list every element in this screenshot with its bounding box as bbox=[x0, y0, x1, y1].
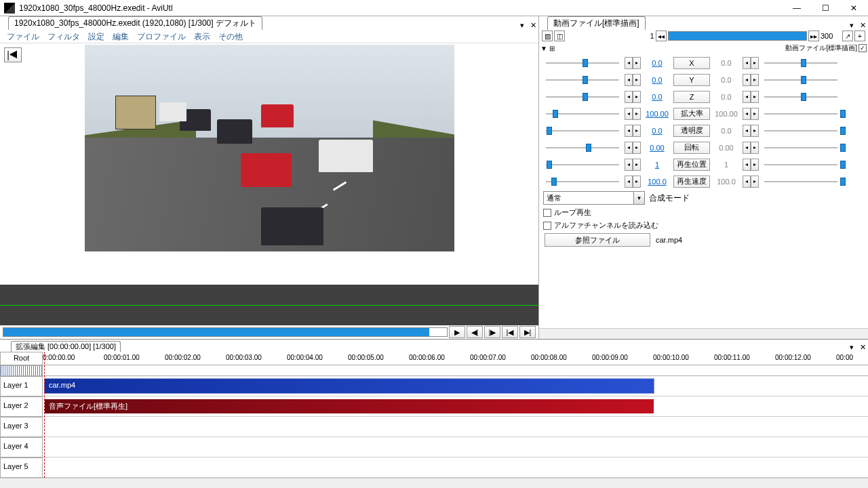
value-left[interactable]: 100.00 bbox=[644, 110, 671, 118]
layer-header-4[interactable]: Layer 4 bbox=[0, 437, 43, 458]
param-label-button[interactable]: X bbox=[673, 57, 710, 69]
video-clip[interactable]: car.mp4 bbox=[44, 378, 654, 394]
frame-end-next-button[interactable]: ▸▸ bbox=[808, 30, 819, 41]
slider-right[interactable] bbox=[762, 58, 840, 68]
tl-tab-dropdown-icon[interactable]: ▾ bbox=[847, 342, 856, 352]
spin-left-dec[interactable]: ◂ bbox=[625, 159, 633, 171]
spin-right-dec[interactable]: ◂ bbox=[743, 176, 751, 188]
value-left[interactable]: 0.0 bbox=[644, 76, 671, 84]
spin-left-inc[interactable]: ▸ bbox=[633, 159, 641, 171]
spin-right-dec[interactable]: ◂ bbox=[743, 57, 751, 69]
track-row-2[interactable]: 音声ファイル[標準再生] bbox=[43, 396, 868, 417]
timeline-ruler[interactable]: 0:00:00.0000:00:01.0000:00:02.0000:00:03… bbox=[43, 352, 868, 365]
reference-file-button[interactable]: 参照ファイル bbox=[545, 233, 650, 247]
collapse-icon[interactable]: ▼ ⊞ bbox=[540, 45, 555, 52]
param-label-button[interactable]: Y bbox=[673, 74, 710, 86]
prop-tool-1-icon[interactable]: ▧ bbox=[542, 30, 553, 41]
spin-right-dec[interactable]: ◂ bbox=[743, 125, 751, 137]
spin-left-inc[interactable]: ▸ bbox=[633, 108, 641, 120]
spin-right-dec[interactable]: ◂ bbox=[743, 159, 751, 171]
prop-enable-checkbox[interactable]: ✓ bbox=[859, 44, 867, 52]
track-row-5[interactable] bbox=[43, 458, 868, 478]
track-row-1[interactable]: car.mp4 bbox=[43, 376, 868, 396]
spin-right-inc[interactable]: ▸ bbox=[751, 176, 759, 188]
timeline-playhead[interactable] bbox=[44, 352, 45, 478]
timeline-tracks[interactable]: 0:00:00.0000:00:01.0000:00:02.0000:00:03… bbox=[43, 352, 868, 478]
param-label-button[interactable]: 透明度 bbox=[673, 125, 710, 137]
menu-settings[interactable]: 設定 bbox=[85, 31, 107, 41]
slider-right[interactable] bbox=[762, 92, 840, 102]
loop-checkbox[interactable] bbox=[543, 209, 551, 217]
prop-tab[interactable]: 動画ファイル[標準描画] bbox=[547, 16, 646, 30]
spin-right-inc[interactable]: ▸ bbox=[751, 91, 759, 103]
spin-left-dec[interactable]: ◂ bbox=[625, 91, 633, 103]
preview-tab[interactable]: 1920x1080_30fps_48000Hz.exedit (1920,108… bbox=[8, 16, 262, 30]
slider-left[interactable] bbox=[543, 75, 622, 85]
spin-right-inc[interactable]: ▸ bbox=[751, 142, 759, 154]
go-end-button[interactable]: ▶| bbox=[519, 326, 536, 338]
spin-right-inc[interactable]: ▸ bbox=[751, 125, 759, 137]
timeline-root[interactable]: Root bbox=[0, 352, 43, 365]
layer-header-5[interactable]: Layer 5 bbox=[0, 458, 43, 478]
slider-right[interactable] bbox=[762, 125, 840, 136]
menu-edit[interactable]: 編集 bbox=[110, 31, 132, 41]
alpha-checkbox[interactable] bbox=[543, 222, 551, 230]
slider-right[interactable] bbox=[762, 142, 840, 153]
maximize-button[interactable]: ☐ bbox=[811, 1, 840, 16]
spin-left-dec[interactable]: ◂ bbox=[625, 176, 633, 188]
value-left[interactable]: 0.00 bbox=[644, 144, 671, 152]
spin-right-dec[interactable]: ◂ bbox=[743, 142, 751, 154]
minimize-button[interactable]: — bbox=[783, 1, 811, 16]
go-to-start-button[interactable]: |⯇ bbox=[4, 47, 22, 62]
step-back-button[interactable]: ◀| bbox=[467, 326, 483, 338]
slider-right[interactable] bbox=[762, 159, 840, 170]
menu-filter[interactable]: フィルタ bbox=[45, 31, 83, 41]
slider-right[interactable] bbox=[762, 108, 840, 119]
timeline-scroll-horizontal[interactable] bbox=[0, 478, 868, 488]
go-start-button[interactable]: |◀ bbox=[502, 326, 518, 338]
slider-right[interactable] bbox=[762, 176, 840, 187]
prop-tool-2-icon[interactable]: ◫ bbox=[554, 30, 565, 41]
slider-left[interactable] bbox=[543, 125, 622, 136]
spin-right-dec[interactable]: ◂ bbox=[743, 74, 751, 86]
menu-other[interactable]: その他 bbox=[216, 31, 245, 41]
chevron-down-icon[interactable]: ▼ bbox=[633, 192, 644, 204]
slider-left[interactable] bbox=[543, 159, 622, 170]
value-left[interactable]: 1 bbox=[644, 161, 671, 169]
spin-right-inc[interactable]: ▸ bbox=[751, 57, 759, 69]
spin-left-inc[interactable]: ▸ bbox=[633, 74, 641, 86]
menu-profile[interactable]: プロファイル bbox=[134, 31, 189, 41]
spin-left-dec[interactable]: ◂ bbox=[625, 108, 633, 120]
timeline-tab[interactable]: 拡張編集 [00:00:00.00] [1/300] bbox=[11, 341, 121, 352]
value-left[interactable]: 0.0 bbox=[644, 127, 671, 135]
tl-tab-close-icon[interactable]: ✕ bbox=[858, 342, 867, 352]
spin-left-dec[interactable]: ◂ bbox=[625, 142, 633, 154]
prop-tab-close-icon[interactable]: ✕ bbox=[858, 20, 867, 30]
spin-left-dec[interactable]: ◂ bbox=[625, 57, 633, 69]
spin-right-inc[interactable]: ▸ bbox=[751, 74, 759, 86]
frame-track[interactable] bbox=[668, 31, 807, 41]
seekbar[interactable] bbox=[3, 327, 448, 337]
prop-tab-dropdown-icon[interactable]: ▾ bbox=[847, 20, 856, 30]
prop-tool-3-icon[interactable]: ↗ bbox=[842, 30, 853, 41]
param-label-button[interactable]: Z bbox=[673, 91, 710, 103]
layer-header-1[interactable]: Layer 1 bbox=[0, 376, 43, 396]
value-left[interactable]: 0.0 bbox=[644, 93, 671, 101]
spin-left-inc[interactable]: ▸ bbox=[633, 57, 641, 69]
blend-mode-combo[interactable]: 通常▼ bbox=[543, 191, 645, 205]
slider-left[interactable] bbox=[543, 58, 622, 68]
prop-scroll-horizontal[interactable] bbox=[539, 328, 868, 339]
menu-file[interactable]: ファイル bbox=[4, 31, 42, 41]
spin-right-dec[interactable]: ◂ bbox=[743, 91, 751, 103]
play-button[interactable]: ▶ bbox=[449, 326, 465, 338]
track-row-4[interactable] bbox=[43, 437, 868, 458]
param-label-button[interactable]: 再生速度 bbox=[673, 176, 710, 188]
param-label-button[interactable]: 拡大率 bbox=[673, 108, 710, 120]
param-label-button[interactable]: 回転 bbox=[673, 142, 710, 154]
spin-left-dec[interactable]: ◂ bbox=[625, 74, 633, 86]
audio-clip[interactable]: 音声ファイル[標準再生] bbox=[44, 399, 654, 414]
prop-tool-add-button[interactable]: + bbox=[854, 30, 865, 41]
param-label-button[interactable]: 再生位置 bbox=[673, 159, 710, 171]
spin-right-inc[interactable]: ▸ bbox=[751, 159, 759, 171]
layer-header-2[interactable]: Layer 2 bbox=[0, 396, 43, 417]
